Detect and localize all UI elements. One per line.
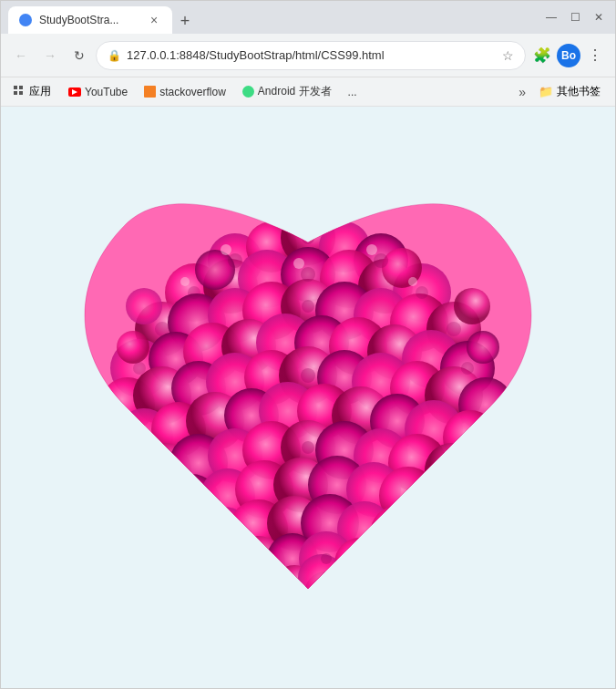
close-button[interactable]: ✕: [590, 8, 608, 26]
bookmark-android-label: Android 开发者: [258, 84, 332, 99]
svg-rect-0: [14, 86, 17, 89]
svg-point-104: [302, 441, 314, 454]
bookmark-more-section: » 📁 其他书签: [518, 81, 608, 102]
tab-favicon: [19, 14, 32, 26]
bookmark-star-icon[interactable]: ☆: [502, 48, 514, 63]
heart-rose-image: [53, 151, 563, 643]
bookmark-android[interactable]: Android 开发者: [235, 81, 339, 102]
lock-icon: 🔒: [108, 49, 121, 62]
svg-point-88: [126, 288, 162, 324]
svg-point-64: [425, 443, 479, 498]
svg-point-98: [155, 322, 169, 336]
svg-point-95: [188, 286, 200, 299]
url-bar[interactable]: 🔒 127.0.0.1:8848/StudyBootStrap/html/CSS…: [96, 41, 526, 70]
svg-point-101: [133, 362, 146, 375]
svg-point-102: [301, 368, 315, 383]
minimize-button[interactable]: —: [542, 8, 560, 26]
youtube-icon: [68, 87, 81, 97]
other-bookmarks-label: 其他书签: [557, 84, 601, 99]
bookmarks-bar: 应用 YouTube stackoverflow Android 开发者 ...…: [1, 77, 615, 107]
tab-close-button[interactable]: ×: [147, 13, 161, 27]
more-bookmarks-icon[interactable]: »: [518, 85, 526, 99]
stackoverflow-icon: [144, 86, 156, 98]
folder-icon: 📁: [539, 85, 553, 98]
tab-title: StudyBootStra...: [39, 14, 118, 26]
url-text: 127.0.0.1:8848/StudyBootStrap/html/CSS99…: [127, 48, 497, 62]
more-menu-button[interactable]: ⋮: [582, 43, 608, 68]
back-button[interactable]: ←: [8, 43, 34, 68]
svg-point-55: [443, 410, 498, 465]
forward-icon: →: [44, 48, 56, 63]
bookmark-youtube-label: YouTube: [85, 86, 128, 98]
page-content: [1, 107, 615, 688]
refresh-button[interactable]: ↻: [67, 43, 92, 68]
browser-window: StudyBootStra... × + — ☐ ✕ ←: [0, 0, 616, 689]
svg-point-111: [293, 258, 304, 269]
bookmark-stackoverflow-label: stackoverflow: [159, 86, 226, 98]
extensions-button[interactable]: 🧩: [529, 43, 555, 68]
svg-point-72: [416, 476, 470, 530]
svg-point-106: [322, 589, 331, 598]
heart-image-container: [44, 138, 572, 657]
svg-point-71: [379, 467, 437, 525]
svg-point-107: [221, 244, 231, 255]
bookmark-more[interactable]: ...: [341, 83, 364, 101]
address-bar: ← → ↻ 🔒 127.0.0.1:8848/StudyBootStrap/ht…: [1, 34, 615, 77]
new-tab-button[interactable]: +: [172, 8, 198, 34]
svg-point-91: [467, 331, 499, 364]
more-icon: ⋮: [588, 46, 602, 64]
refresh-icon: ↻: [74, 48, 85, 63]
svg-point-82: [334, 538, 385, 589]
active-tab[interactable]: StudyBootStra... ×: [8, 6, 172, 34]
svg-point-105: [321, 553, 332, 564]
apps-grid-icon: [13, 85, 27, 99]
title-bar: StudyBootStra... × + — ☐ ✕: [1, 1, 615, 34]
svg-rect-1: [19, 86, 23, 89]
bookmark-more-label: ...: [348, 86, 357, 98]
window-controls: — ☐ ✕: [542, 8, 608, 26]
svg-point-97: [416, 286, 428, 299]
svg-rect-3: [19, 91, 23, 95]
svg-point-92: [228, 253, 242, 268]
svg-point-78: [370, 505, 428, 563]
svg-point-110: [180, 277, 190, 286]
maximize-button[interactable]: ☐: [566, 8, 584, 26]
svg-point-109: [366, 244, 377, 255]
svg-point-96: [301, 267, 315, 282]
toolbar-icons: 🧩 Bo ⋮: [529, 43, 608, 68]
svg-point-108: [294, 224, 303, 233]
svg-point-112: [408, 277, 417, 286]
svg-point-103: [461, 362, 474, 375]
bookmark-youtube[interactable]: YouTube: [61, 83, 135, 101]
svg-point-90: [117, 331, 149, 364]
extensions-icon: 🧩: [533, 46, 551, 64]
svg-rect-2: [14, 91, 17, 95]
svg-point-100: [447, 322, 461, 336]
android-icon: [242, 86, 254, 98]
tab-area: StudyBootStra... × +: [8, 1, 539, 34]
bookmark-stackoverflow[interactable]: stackoverflow: [137, 83, 233, 101]
other-bookmarks-button[interactable]: 📁 其他书签: [531, 81, 608, 102]
back-icon: ←: [15, 48, 27, 63]
profile-button[interactable]: Bo: [557, 44, 580, 67]
svg-point-86: [195, 250, 235, 290]
svg-point-94: [374, 253, 388, 268]
apps-label: 应用: [29, 84, 51, 99]
svg-point-99: [302, 300, 314, 313]
forward-button[interactable]: →: [37, 43, 63, 68]
apps-button[interactable]: 应用: [8, 81, 56, 102]
svg-point-89: [454, 288, 490, 324]
